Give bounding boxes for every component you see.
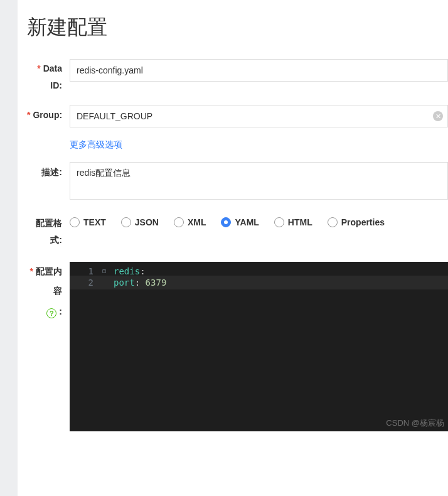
description-input[interactable]: redis配置信息 xyxy=(70,162,448,200)
advanced-options-link[interactable]: 更多高级选项 xyxy=(70,139,122,149)
radio-html[interactable]: HTML xyxy=(274,217,312,227)
page-title: 新建配置 xyxy=(27,14,448,41)
fold-icon[interactable]: ⊟ xyxy=(100,264,109,276)
advanced-row: 更多高级选项 xyxy=(27,139,448,151)
data-id-label: *Data ID: xyxy=(27,59,62,94)
format-label: 配置格式: xyxy=(27,213,62,248)
radio-yaml[interactable]: YAML xyxy=(221,217,259,227)
line-number: 2 xyxy=(70,276,100,289)
data-id-input[interactable] xyxy=(70,59,448,82)
radio-xml[interactable]: XML xyxy=(174,217,206,227)
radio-properties[interactable]: Properties xyxy=(328,217,385,227)
format-row: 配置格式: TEXT JSON XML YAML HTML Properties xyxy=(27,213,448,248)
radio-json[interactable]: JSON xyxy=(121,217,159,227)
clear-icon[interactable]: ✕ xyxy=(433,111,443,121)
radio-text[interactable]: TEXT xyxy=(70,217,106,227)
group-label: *Group: xyxy=(27,105,62,120)
watermark: CSDN @杨宸杨 xyxy=(386,418,444,429)
group-input[interactable] xyxy=(70,105,448,127)
description-row: 描述: redis配置信息 xyxy=(27,162,448,202)
group-row: *Group: ✕ xyxy=(27,105,448,127)
content-row: *配置内容 ? : 1 ⊟ redis: 2 port: 6379 CSDN @… xyxy=(27,262,448,431)
content-label: *配置内容 ? : xyxy=(27,262,62,321)
line-number: 1 xyxy=(70,264,100,276)
data-id-row: *Data ID: xyxy=(27,59,448,94)
format-radio-group: TEXT JSON XML YAML HTML Properties xyxy=(70,213,448,227)
help-icon[interactable]: ? xyxy=(46,308,56,318)
description-label: 描述: xyxy=(27,162,62,178)
code-editor[interactable]: 1 ⊟ redis: 2 port: 6379 CSDN @杨宸杨 xyxy=(70,262,448,431)
